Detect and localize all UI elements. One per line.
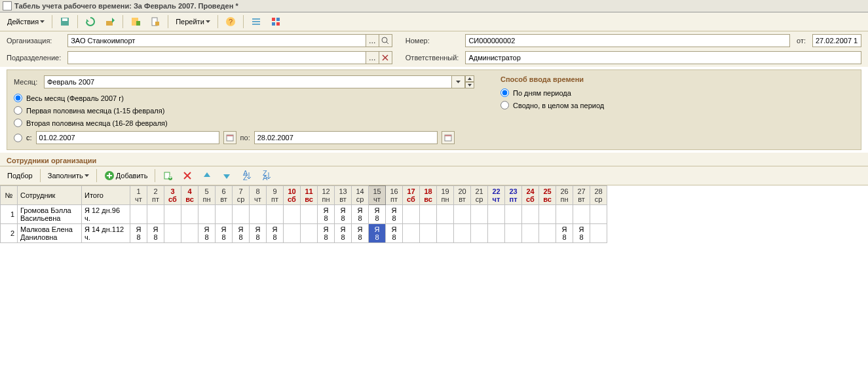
- day-header[interactable]: 27вт: [573, 186, 590, 205]
- month-down-button[interactable]: [465, 82, 474, 88]
- delete-button[interactable]: [179, 168, 196, 183]
- day-cell[interactable]: [488, 224, 505, 243]
- dept-input[interactable]: [67, 51, 366, 64]
- day-header[interactable]: 24сб: [522, 186, 539, 205]
- day-cell[interactable]: [522, 224, 539, 243]
- actions-menu[interactable]: Действия: [4, 16, 48, 28]
- day-cell[interactable]: [573, 205, 590, 224]
- day-cell[interactable]: [403, 205, 420, 224]
- day-cell[interactable]: Я 8: [216, 224, 233, 243]
- day-cell[interactable]: Я 8: [335, 224, 352, 243]
- day-cell[interactable]: [420, 224, 437, 243]
- opt-first-radio[interactable]: [14, 106, 22, 115]
- day-cell[interactable]: [505, 205, 522, 224]
- range-from-input[interactable]: [36, 131, 219, 144]
- day-header[interactable]: 28ср: [590, 186, 607, 205]
- day-cell[interactable]: Я 8: [556, 224, 573, 243]
- org-choose-button[interactable]: …: [366, 34, 379, 47]
- day-cell[interactable]: [267, 205, 284, 224]
- mode-days-radio[interactable]: [500, 88, 509, 97]
- mode-by-days[interactable]: По дням периода: [500, 88, 854, 97]
- day-cell[interactable]: [301, 205, 318, 224]
- day-cell[interactable]: [454, 205, 471, 224]
- resp-input[interactable]: [465, 51, 861, 64]
- day-cell[interactable]: Я 8: [335, 205, 352, 224]
- day-header[interactable]: 2пт: [147, 186, 164, 205]
- day-cell[interactable]: Я 8: [386, 205, 403, 224]
- day-cell[interactable]: [539, 224, 556, 243]
- day-header[interactable]: 20вт: [454, 186, 471, 205]
- day-header[interactable]: 26пн: [556, 186, 573, 205]
- opt-first-half[interactable]: Первая половина месяца (1-15 февраля): [14, 106, 474, 115]
- day-cell[interactable]: [284, 205, 301, 224]
- day-cell[interactable]: [590, 205, 607, 224]
- day-cell[interactable]: [284, 224, 301, 243]
- column-header[interactable]: №: [1, 186, 18, 205]
- table-row[interactable]: 2Малкова Елена ДаниловнаЯ 14 дн.112 ч.Я …: [1, 224, 607, 243]
- day-cell[interactable]: [181, 205, 198, 224]
- day-header[interactable]: 5пн: [198, 186, 216, 205]
- fill-button[interactable]: Заполнить: [45, 170, 92, 182]
- opt-range[interactable]: с:: [14, 134, 32, 142]
- day-cell[interactable]: [420, 205, 437, 224]
- day-header[interactable]: 12пн: [318, 186, 335, 205]
- month-dropdown-button[interactable]: [452, 75, 465, 88]
- day-header[interactable]: 21ср: [471, 186, 488, 205]
- sort-desc-button[interactable]: ZA: [257, 168, 274, 183]
- day-header[interactable]: 14ср: [352, 186, 369, 205]
- day-cell[interactable]: [471, 205, 488, 224]
- day-cell[interactable]: Я 8: [130, 224, 147, 243]
- save-button[interactable]: [56, 14, 73, 29]
- range-to-input[interactable]: [254, 131, 438, 144]
- day-header[interactable]: 7ср: [233, 186, 250, 205]
- day-header[interactable]: 18вс: [420, 186, 437, 205]
- day-cell[interactable]: Я 8: [573, 224, 590, 243]
- from-date-input[interactable]: [812, 34, 861, 47]
- day-header[interactable]: 8чт: [250, 186, 267, 205]
- opt-second-half[interactable]: Вторая половина месяца (16-28 февраля): [14, 119, 474, 127]
- day-cell[interactable]: [130, 205, 147, 224]
- go-menu[interactable]: Перейти: [172, 16, 214, 28]
- day-header[interactable]: 4вс: [181, 186, 198, 205]
- employee-name[interactable]: Малкова Елена Даниловна: [18, 224, 82, 243]
- opt-range-radio[interactable]: [14, 134, 22, 142]
- day-cell[interactable]: [590, 224, 607, 243]
- month-input[interactable]: [44, 75, 452, 88]
- copy-button[interactable]: +: [159, 168, 176, 183]
- day-header[interactable]: 13вт: [335, 186, 352, 205]
- day-cell[interactable]: Я 8: [198, 224, 216, 243]
- day-header[interactable]: 6вт: [216, 186, 233, 205]
- range-to-calendar[interactable]: [442, 131, 455, 144]
- org-input[interactable]: [67, 34, 366, 47]
- opt-second-radio[interactable]: [14, 119, 22, 127]
- refresh-button[interactable]: [82, 14, 99, 29]
- day-cell[interactable]: Я 8: [352, 224, 369, 243]
- day-cell[interactable]: Я 8: [369, 205, 386, 224]
- move-up-button[interactable]: [198, 168, 216, 183]
- employees-grid[interactable]: №СотрудникИтого1чт2пт3сб4вс5пн6вт7ср8чт9…: [0, 185, 607, 243]
- day-cell[interactable]: Я 8: [250, 224, 267, 243]
- day-cell[interactable]: [488, 205, 505, 224]
- month-up-button[interactable]: [465, 75, 474, 82]
- help-button[interactable]: ?: [222, 14, 239, 29]
- day-header[interactable]: 9пт: [267, 186, 284, 205]
- report-button[interactable]: [147, 14, 164, 29]
- day-cell[interactable]: [250, 205, 267, 224]
- selection-button[interactable]: Подбор: [4, 170, 36, 182]
- dept-clear-button[interactable]: [379, 51, 392, 64]
- employee-name[interactable]: Громова Бэлла Васильевна: [18, 205, 82, 224]
- day-cell[interactable]: [437, 224, 454, 243]
- day-header[interactable]: 3сб: [164, 186, 181, 205]
- day-cell[interactable]: [147, 205, 164, 224]
- settings-button[interactable]: [267, 14, 284, 29]
- day-cell[interactable]: [454, 224, 471, 243]
- day-cell[interactable]: Я 8: [369, 224, 386, 243]
- day-cell[interactable]: [539, 205, 556, 224]
- structure-button[interactable]: [127, 14, 144, 29]
- day-cell[interactable]: Я 8: [318, 224, 335, 243]
- move-down-button[interactable]: [218, 168, 235, 183]
- day-cell[interactable]: Я 8: [267, 224, 284, 243]
- post-button[interactable]: [102, 14, 119, 29]
- day-cell[interactable]: Я 8: [386, 224, 403, 243]
- day-cell[interactable]: [164, 205, 181, 224]
